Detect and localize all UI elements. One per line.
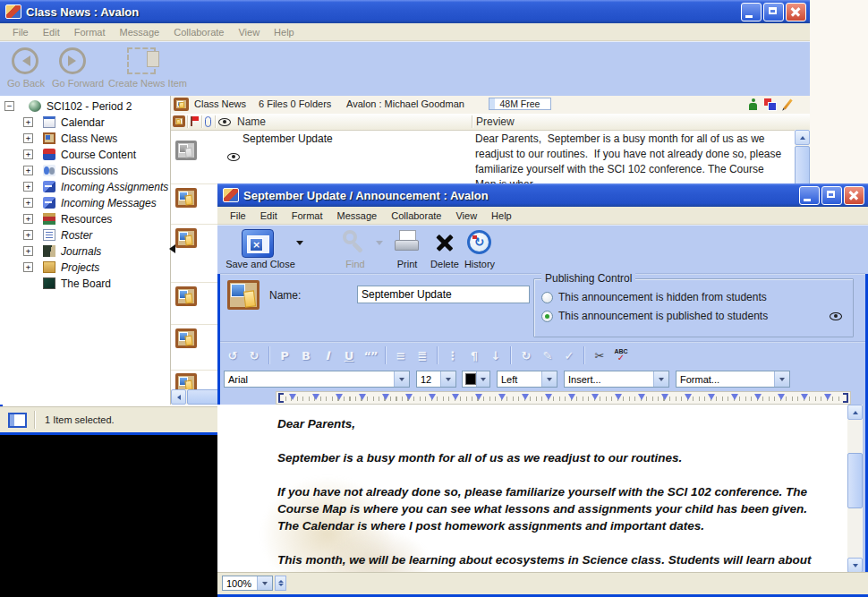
scroll-left-icon[interactable] (171, 389, 186, 405)
hidden-radio-label[interactable]: This announcement is hidden from student… (558, 291, 767, 303)
format-select[interactable]: Format... (676, 371, 790, 388)
sign-icon[interactable] (558, 345, 580, 366)
outdent-icon[interactable] (442, 345, 464, 366)
font-size-select[interactable]: 12 (416, 371, 456, 388)
spell-check-icon[interactable] (610, 345, 632, 366)
expand-icon[interactable] (23, 117, 33, 127)
flag-column-icon[interactable] (191, 116, 200, 126)
save-and-close-icon[interactable] (242, 229, 274, 258)
scroll-thumb[interactable] (847, 453, 863, 508)
quote-icon[interactable] (360, 345, 381, 366)
bold-icon[interactable] (295, 345, 317, 366)
name-input[interactable] (357, 286, 530, 303)
underline-icon[interactable] (338, 345, 360, 366)
editor-vertical-scrollbar[interactable] (847, 405, 863, 573)
expand-icon[interactable] (23, 214, 33, 224)
edit-pencil-icon[interactable] (783, 98, 792, 109)
expand-icon[interactable] (23, 262, 33, 272)
close-button[interactable] (844, 186, 864, 205)
announcement-icon[interactable] (175, 188, 197, 208)
tree-item-root[interactable]: SCI102 - Period 2 (0, 98, 170, 115)
numbered-list-icon[interactable] (412, 345, 433, 366)
message-titlebar[interactable]: September Update / Announcement : Avalon (217, 183, 868, 207)
announcement-icon[interactable] (175, 228, 197, 248)
menu-collaborate[interactable]: Collaborate (384, 210, 448, 221)
font-select[interactable]: Arial (224, 371, 410, 388)
scissors-icon[interactable] (589, 345, 610, 366)
tree-item-roster[interactable]: Roster (0, 227, 170, 243)
expand-icon[interactable] (23, 133, 33, 143)
expand-icon[interactable] (23, 182, 33, 192)
align-select[interactable]: Left (497, 371, 557, 388)
close-button[interactable] (786, 3, 806, 21)
preview-column-header[interactable]: Preview (476, 115, 515, 128)
redo-icon[interactable] (243, 345, 265, 366)
published-radio[interactable] (541, 311, 553, 322)
menu-message[interactable]: Message (113, 27, 167, 38)
ruler[interactable] (276, 391, 851, 405)
tree-item-calendar[interactable]: Calendar (0, 115, 170, 131)
expand-icon[interactable] (23, 166, 33, 175)
collapse-icon[interactable] (4, 101, 14, 111)
scroll-up-icon[interactable] (847, 405, 863, 420)
menu-edit[interactable]: Edit (36, 27, 67, 38)
toggle-panel-icon[interactable] (8, 413, 27, 428)
view-properties-icon[interactable] (764, 98, 777, 110)
find-icon[interactable] (341, 230, 368, 257)
announcement-icon[interactable] (175, 328, 197, 348)
expand-icon[interactable] (23, 230, 33, 240)
tree-item-incoming-messages[interactable]: Incoming Messages (0, 195, 170, 211)
scroll-up-icon[interactable] (795, 130, 810, 145)
menu-view[interactable]: View (448, 210, 484, 221)
published-radio-label[interactable]: This announcement is published to studen… (558, 310, 768, 322)
message-body-editor[interactable]: Dear Parents, September is a busy month … (217, 405, 847, 573)
go-back-icon[interactable] (12, 47, 38, 74)
menu-message[interactable]: Message (330, 210, 385, 221)
minimize-button[interactable] (741, 3, 762, 21)
menu-format[interactable]: Format (67, 27, 113, 38)
tree-item-projects[interactable]: Projects (0, 260, 170, 276)
history-icon[interactable] (467, 230, 491, 254)
main-titlebar[interactable]: Class News : Avalon (0, 0, 810, 23)
expand-icon[interactable] (23, 198, 33, 208)
zoom-select[interactable]: 100% (222, 576, 273, 591)
rotate-icon[interactable] (515, 345, 537, 366)
right-margin-marker[interactable] (843, 393, 848, 403)
visibility-column-icon[interactable] (218, 118, 231, 126)
delete-icon[interactable] (434, 232, 455, 253)
menu-file[interactable]: File (5, 27, 36, 38)
zoom-spinner[interactable] (275, 576, 286, 591)
hidden-radio[interactable] (541, 292, 553, 303)
menu-view[interactable]: View (231, 27, 267, 38)
tree-item-journals[interactable]: Journals (0, 243, 170, 260)
expand-icon[interactable] (23, 149, 33, 159)
font-color-select[interactable] (462, 371, 490, 388)
undo-icon[interactable] (222, 345, 243, 366)
tree-item-the-board[interactable]: The Board (0, 276, 170, 292)
paragraph-mark-icon[interactable] (464, 345, 485, 366)
left-margin-marker[interactable] (278, 393, 284, 403)
expand-icon[interactable] (23, 246, 33, 256)
attachment-column-icon[interactable] (205, 116, 211, 127)
menu-collaborate[interactable]: Collaborate (166, 27, 231, 38)
insert-select[interactable]: Insert... (564, 371, 669, 388)
tree-item-incoming-assignments[interactable]: Incoming Assignments (0, 179, 170, 195)
tree-item-discussions[interactable]: Discussions (0, 163, 170, 179)
name-column-header[interactable]: Name (237, 115, 266, 128)
menu-help[interactable]: Help (484, 210, 519, 221)
menu-format[interactable]: Format (285, 210, 330, 221)
announcement-icon[interactable] (175, 286, 197, 306)
tree-item-class-news[interactable]: Class News (0, 131, 170, 147)
bullet-list-icon[interactable] (390, 345, 412, 366)
announcement-icon[interactable] (175, 373, 197, 389)
move-down-icon[interactable] (485, 345, 506, 366)
item-type-column-icon[interactable] (173, 115, 185, 127)
print-icon[interactable] (394, 230, 421, 255)
scroll-down-icon[interactable] (847, 558, 863, 573)
tree-item-course-content[interactable]: Course Content (0, 147, 170, 163)
tree-item-resources[interactable]: Resources (0, 211, 170, 227)
italic-icon[interactable] (317, 345, 338, 366)
save-options-caret-icon[interactable] (296, 241, 303, 249)
menu-file[interactable]: File (223, 210, 253, 221)
pen-icon[interactable] (537, 345, 558, 366)
